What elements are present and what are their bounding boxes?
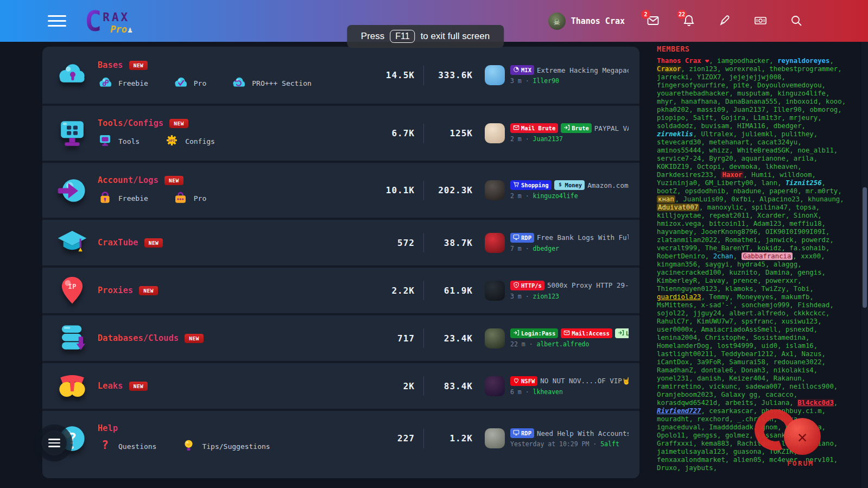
- member-link[interactable]: saygyi: [705, 261, 729, 268]
- member-link[interactable]: alien05: [733, 456, 762, 464]
- member-link[interactable]: golmez: [725, 432, 749, 439]
- latest-thread-title[interactable]: NO NUT NOV....OF VIP🤘🤘...: [540, 377, 629, 385]
- page-scrollbar-track[interactable]: [861, 42, 868, 488]
- thread-prefix-badge[interactable]: MIX: [510, 65, 534, 75]
- member-link[interactable]: RobertDeniro: [657, 252, 705, 260]
- member-link[interactable]: xusiwu123: [782, 318, 818, 325]
- member-link[interactable]: neillocs900: [789, 383, 833, 390]
- member-link[interactable]: кнап: [657, 195, 675, 203]
- latest-thread-title[interactable]: Extreme Hacking Megapack: [537, 66, 629, 74]
- latest-poster-avatar[interactable]: [485, 328, 505, 348]
- member-link[interactable]: 5alft: [693, 114, 713, 122]
- member-link[interactable]: reynaldoreyes: [777, 57, 829, 65]
- member-link[interactable]: Rivfiend727: [657, 407, 701, 415]
- member-link[interactable]: danish: [697, 375, 721, 382]
- member-link[interactable]: aquarianone: [741, 155, 785, 162]
- member-link[interactable]: jarrecki: [657, 73, 689, 81]
- member-link[interactable]: khunaung: [808, 195, 840, 203]
- subforum-link[interactable]: Pro: [173, 76, 206, 90]
- member-link[interactable]: 3a9FoR: [697, 358, 721, 366]
- member-link[interactable]: zirneklis: [657, 130, 693, 138]
- member-link[interactable]: ignaceduval: [657, 423, 701, 431]
- forum-title[interactable]: Help: [98, 423, 118, 433]
- thread-prefix-badge[interactable]: RDP: [510, 428, 534, 438]
- member-link[interactable]: xxx00: [801, 252, 821, 260]
- arrow-ball-icon[interactable]: [47, 176, 98, 205]
- member-link[interactable]: KimUWU7w7: [697, 318, 733, 325]
- member-link[interactable]: pkha0202: [657, 106, 689, 113]
- thread-prefix-badge[interactable]: RDP: [510, 233, 534, 243]
- forum-title[interactable]: Account/Logs: [98, 175, 159, 185]
- member-link[interactable]: Doyoulovemedoyou: [757, 81, 821, 89]
- member-link[interactable]: lost94999: [717, 342, 753, 350]
- member-link[interactable]: vecralt999: [657, 244, 697, 252]
- member-link[interactable]: gengss: [693, 432, 717, 439]
- member-link[interactable]: Tiznit256: [785, 179, 822, 187]
- member-link[interactable]: Fishdead: [797, 301, 829, 309]
- hamburger-menu-icon[interactable]: [48, 12, 66, 30]
- member-link[interactable]: makumfb: [782, 293, 810, 301]
- grad-cap-icon[interactable]: [47, 228, 98, 257]
- member-link[interactable]: killjoyxtae: [657, 212, 701, 219]
- pin-ip-icon[interactable]: IP: [47, 276, 98, 305]
- member-link[interactable]: kassankassan2: [757, 432, 809, 439]
- forum-title[interactable]: Bases: [98, 60, 123, 70]
- member-link[interactable]: OIK90I0I909I09I: [765, 228, 826, 236]
- member-link[interactable]: lann: [762, 179, 778, 187]
- member-link[interactable]: WhiteBreadSGK: [737, 147, 789, 154]
- member-link[interactable]: sonchemjo999: [742, 301, 790, 309]
- member-link[interactable]: The_BarenYT: [705, 244, 749, 252]
- member-link[interactable]: jejejejjwj008: [729, 73, 781, 81]
- thread-prefix-badge[interactable]: Brute: [561, 123, 592, 133]
- member-link[interactable]: DanaBanana555: [725, 98, 777, 105]
- thread-prefix-badge[interactable]: $Money: [554, 180, 585, 190]
- latest-thread-title[interactable]: 5000x Proxy HTTP 29-11: [547, 281, 629, 289]
- member-link[interactable]: TOKZIK: [769, 448, 793, 455]
- cloud-lock-icon[interactable]: [47, 61, 98, 90]
- member-link[interactable]: kinguzo4life: [777, 90, 826, 97]
- member-link[interactable]: iCantDox: [657, 358, 689, 366]
- member-link[interactable]: psnexbd: [785, 326, 814, 333]
- member-link[interactable]: cesarkascar: [709, 407, 753, 415]
- member-link[interactable]: MsMittens: [657, 301, 693, 309]
- member-link[interactable]: JuanLuis09: [683, 195, 723, 203]
- member-link[interactable]: mhyr: [657, 98, 673, 105]
- member-link[interactable]: Nazus: [802, 350, 822, 358]
- thread-prefix-badge[interactable]: Login:Pass: [510, 328, 558, 338]
- forum-title[interactable]: Proxies: [98, 286, 133, 295]
- subforum-link[interactable]: Pro: [173, 191, 206, 205]
- member-link[interactable]: kooo: [826, 98, 842, 105]
- forum-title[interactable]: Databases/Clouds: [98, 333, 179, 343]
- member-link[interactable]: dbedger: [774, 122, 802, 130]
- member-link[interactable]: inboxoid: [785, 98, 818, 105]
- member-link[interactable]: janwick: [765, 236, 794, 244]
- latest-poster-name[interactable]: lkheaven: [533, 388, 563, 396]
- page-scrollbar-thumb[interactable]: [863, 187, 867, 308]
- subforum-link[interactable]: APIConfigs: [164, 134, 215, 148]
- member-link[interactable]: yacinecracked100: [657, 269, 721, 276]
- member-link[interactable]: cacat324yu: [757, 138, 797, 146]
- member-link[interactable]: hmizox.vega: [657, 220, 701, 227]
- member-link[interactable]: gengis: [797, 269, 821, 276]
- member-link[interactable]: Samurai58: [729, 358, 765, 366]
- member-link[interactable]: kingman356: [657, 261, 697, 268]
- member-link[interactable]: nerv101: [806, 456, 834, 464]
- member-link[interactable]: arbeits: [725, 399, 753, 407]
- member-link[interactable]: buvisam: [701, 122, 729, 130]
- thread-prefix-badge[interactable]: NSFW: [510, 376, 537, 386]
- member-link[interactable]: soldadodz: [657, 122, 693, 130]
- member-link[interactable]: thebestprogrammer: [769, 65, 838, 73]
- latest-thread-title[interactable]: Free Bank Logs With Full In...: [537, 233, 629, 242]
- member-link[interactable]: Yuzininja0: [657, 179, 697, 187]
- member-link[interactable]: whizz: [709, 147, 729, 154]
- member-link[interactable]: ramirretino: [657, 383, 701, 390]
- member-link[interactable]: topsa: [796, 204, 816, 211]
- subforum-link[interactable]: Freebie: [98, 76, 148, 90]
- member-link[interactable]: Darkdesires233: [657, 171, 713, 179]
- latest-poster-name[interactable]: albert.alfredo: [536, 340, 589, 348]
- search-icon[interactable]: [790, 14, 804, 28]
- member-link[interactable]: bootZ: [657, 187, 677, 195]
- member-link[interactable]: HomelanderDog: [657, 342, 709, 350]
- member-link[interactable]: Rakanun: [774, 375, 802, 382]
- member-link[interactable]: lkheaven: [765, 163, 797, 170]
